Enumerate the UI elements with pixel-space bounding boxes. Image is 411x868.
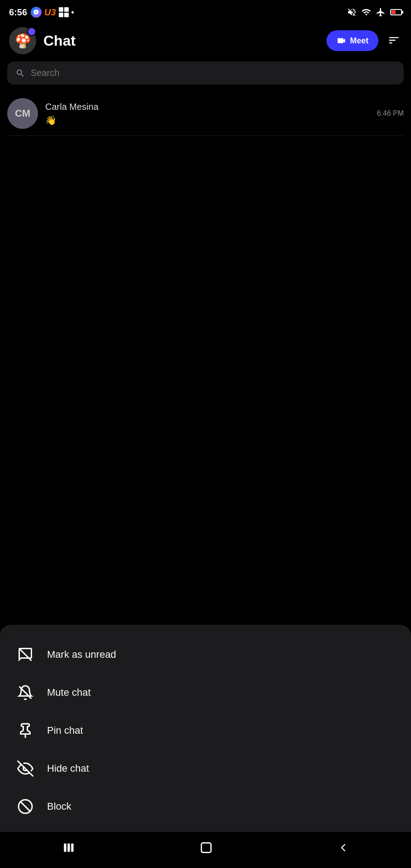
- chat-content: Carla Mesina 👋: [45, 102, 369, 126]
- svg-rect-8: [71, 844, 73, 852]
- svg-rect-9: [202, 843, 211, 852]
- chat-time: 6:46 PM: [377, 109, 404, 118]
- recents-icon: [61, 840, 76, 855]
- pin-icon: [16, 722, 34, 740]
- airplane-icon: [376, 7, 386, 17]
- back-button[interactable]: [323, 836, 363, 859]
- menu-item-block[interactable]: Block: [0, 788, 411, 826]
- video-icon: [336, 36, 346, 46]
- menu-label-mark-unread: Mark as unread: [47, 649, 116, 660]
- search-bar[interactable]: [7, 61, 404, 85]
- menu-item-mark-unread[interactable]: Mark as unread: [0, 636, 411, 674]
- ub-icon: U3: [44, 7, 56, 18]
- menu-item-mute-chat[interactable]: Mute chat: [0, 674, 411, 712]
- home-icon: [199, 840, 213, 855]
- battery-icon: [390, 9, 402, 15]
- meet-button[interactable]: Meet: [326, 30, 378, 51]
- home-button[interactable]: [185, 835, 227, 860]
- bottom-nav: [0, 832, 411, 868]
- svg-line-5: [20, 802, 30, 811]
- filter-icon: [387, 34, 400, 47]
- wifi-icon: [361, 7, 371, 17]
- svg-rect-6: [64, 844, 66, 852]
- menu-label-pin-chat: Pin chat: [47, 725, 83, 736]
- avatar-badge: [27, 27, 36, 36]
- mark-unread-icon: [16, 646, 34, 664]
- menu-label-block: Block: [47, 801, 71, 812]
- grid-icon: [59, 7, 69, 17]
- status-icons-left: U3 •: [31, 7, 74, 18]
- status-bar: 6:56 U3 •: [0, 0, 411, 23]
- page-title: Chat: [43, 33, 76, 49]
- status-time: 6:56: [9, 7, 27, 18]
- meet-label: Meet: [350, 36, 368, 46]
- svg-rect-7: [67, 844, 70, 852]
- status-left: 6:56 U3 •: [9, 7, 74, 18]
- mute-status-icon: [347, 7, 357, 17]
- back-icon: [337, 841, 350, 854]
- menu-item-pin-chat[interactable]: Pin chat: [0, 712, 411, 750]
- messenger-icon: [31, 7, 42, 18]
- menu-label-mute-chat: Mute chat: [47, 687, 91, 698]
- header-right: Meet: [326, 30, 402, 51]
- user-avatar-wrapper: 🍄: [9, 27, 36, 54]
- context-menu: Mark as unread Mute chat Pin chat: [0, 625, 411, 868]
- header-left: 🍄 Chat: [9, 27, 76, 54]
- chat-list: CM Carla Mesina 👋 6:46 PM: [0, 92, 411, 136]
- menu-label-hide-chat: Hide chat: [47, 763, 89, 774]
- hide-chat-icon: [16, 760, 34, 778]
- chat-name: Carla Mesina: [45, 102, 369, 112]
- dot-indicator: •: [71, 8, 74, 17]
- chat-item[interactable]: CM Carla Mesina 👋 6:46 PM: [7, 92, 404, 136]
- header: 🍄 Chat Meet: [0, 23, 411, 61]
- search-icon: [15, 68, 25, 78]
- menu-item-hide-chat[interactable]: Hide chat: [0, 750, 411, 788]
- block-icon: [16, 797, 34, 816]
- search-input[interactable]: [31, 68, 396, 78]
- mute-chat-icon: [16, 684, 34, 702]
- chat-avatar: CM: [7, 98, 38, 129]
- recents-button[interactable]: [48, 835, 90, 860]
- status-right: [347, 7, 402, 17]
- filter-button[interactable]: [386, 32, 402, 50]
- chat-preview: 👋: [45, 115, 369, 126]
